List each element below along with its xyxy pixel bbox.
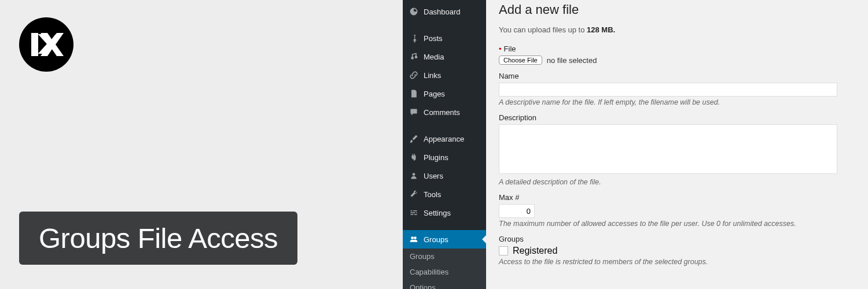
- svg-rect-1: [31, 33, 38, 56]
- groups-icon: [409, 234, 419, 244]
- comment-icon: [409, 107, 419, 117]
- name-input[interactable]: [499, 83, 837, 97]
- page-icon: [409, 88, 419, 99]
- sidebar-item-links[interactable]: Links: [403, 66, 486, 84]
- submenu-item-capabilities[interactable]: Capabilities: [403, 264, 486, 280]
- name-label: Name: [499, 72, 855, 80]
- link-icon: [409, 70, 419, 80]
- banner-title: Groups File Access: [19, 212, 297, 265]
- sidebar-item-comments[interactable]: Comments: [403, 103, 486, 121]
- admin-content: Add a new file You can upload files up t…: [486, 0, 868, 289]
- upload-limit-text: You can upload files up to 128 MB.: [499, 25, 855, 34]
- sidebar-item-tools[interactable]: Tools: [403, 185, 486, 203]
- sidebar-item-plugins[interactable]: Plugins: [403, 148, 486, 166]
- sidebar-item-label: Tools: [424, 190, 441, 199]
- name-hint: A descriptive name for the file. If left…: [499, 98, 855, 106]
- admin-sidebar: Dashboard Posts Media Links Pages: [403, 0, 486, 289]
- svg-point-5: [411, 236, 414, 239]
- max-input[interactable]: [499, 204, 535, 218]
- sidebar-item-posts[interactable]: Posts: [403, 29, 486, 47]
- file-label: •File: [499, 45, 855, 53]
- sidebar-item-users[interactable]: Users: [403, 166, 486, 185]
- sidebar-item-label: Links: [424, 71, 441, 80]
- sidebar-item-label: Media: [424, 53, 444, 61]
- description-label: Description: [499, 113, 855, 122]
- dashboard-icon: [409, 6, 419, 17]
- groups-hint: Access to the file is restricted to memb…: [499, 258, 855, 266]
- sidebar-item-label: Settings: [424, 209, 451, 217]
- sidebar-item-label: Groups: [424, 235, 448, 244]
- svg-point-6: [414, 236, 417, 239]
- sidebar-item-label: Pages: [424, 90, 445, 98]
- media-icon: [409, 51, 419, 62]
- submenu-item-options[interactable]: Options: [403, 280, 486, 289]
- pin-icon: [409, 33, 419, 43]
- sidebar-item-label: Plugins: [424, 153, 448, 162]
- choose-file-button[interactable]: Choose File: [499, 55, 542, 65]
- groups-label: Groups: [499, 235, 855, 243]
- sidebar-item-dashboard[interactable]: Dashboard: [403, 2, 486, 21]
- registered-checkbox[interactable]: [499, 246, 508, 255]
- sidebar-item-label: Posts: [424, 34, 443, 43]
- sliders-icon: [409, 208, 419, 218]
- sidebar-item-appearance[interactable]: Appearance: [403, 129, 486, 148]
- sidebar-item-groups[interactable]: Groups: [403, 230, 486, 249]
- sidebar-item-media[interactable]: Media: [403, 47, 486, 66]
- plugin-icon: [409, 152, 419, 162]
- wordpress-admin-screenshot: Dashboard Posts Media Links Pages: [403, 0, 868, 289]
- brand-logo: [19, 17, 73, 72]
- users-icon: [409, 171, 419, 181]
- page-title: Add a new file: [499, 2, 855, 17]
- sidebar-item-label: Users: [424, 172, 443, 180]
- brush-icon: [409, 134, 419, 144]
- no-file-text: no file selected: [547, 56, 597, 65]
- sidebar-item-settings[interactable]: Settings: [403, 203, 486, 222]
- description-input[interactable]: [499, 124, 837, 174]
- sidebar-item-label: Appearance: [424, 135, 464, 143]
- registered-option: Registered: [513, 246, 557, 256]
- svg-point-4: [413, 173, 415, 176]
- submenu-item-groups[interactable]: Groups: [403, 249, 486, 264]
- wrench-icon: [409, 189, 419, 199]
- max-label: Max #: [499, 193, 855, 202]
- required-dot: •: [499, 45, 502, 53]
- sidebar-item-pages[interactable]: Pages: [403, 84, 486, 103]
- ix-logo-icon: [29, 27, 64, 62]
- sidebar-item-label: Dashboard: [424, 8, 461, 16]
- sidebar-submenu: Groups Capabilities Options Files: [403, 249, 486, 289]
- max-hint: The maximum number of allowed accesses t…: [499, 220, 855, 228]
- sidebar-item-label: Comments: [424, 108, 460, 117]
- description-hint: A detailed description of the file.: [499, 178, 855, 186]
